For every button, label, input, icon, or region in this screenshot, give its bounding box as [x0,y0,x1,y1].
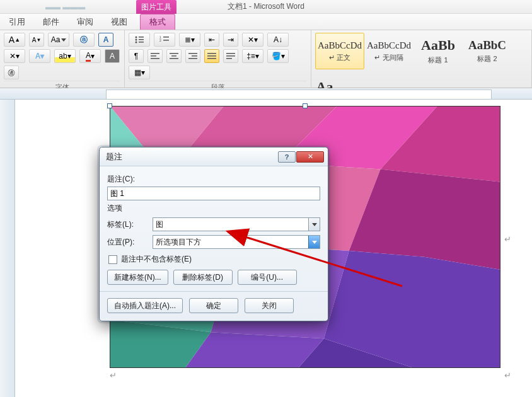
tab-references[interactable]: 引用 [0,14,34,30]
auto-caption-button[interactable]: 自动插入题注(A)... [107,298,183,313]
clear-formatting-button[interactable]: ✕▾ [4,49,25,63]
svg-rect-3 [139,39,144,40]
position-combo[interactable]: 所选项目下方 [153,235,320,249]
justify-button[interactable] [204,49,219,63]
align-center-button[interactable] [166,49,182,63]
svg-rect-20 [207,55,216,57]
label-field-label: 标签(L): [107,219,147,230]
checkbox-icon[interactable] [108,255,117,264]
distributed-icon [226,52,235,60]
dialog-title: 题注 [106,151,122,163]
decrease-indent-button[interactable]: ⇤ [204,33,219,47]
show-marks-button[interactable]: ¶ [129,49,144,63]
selection-handle-tl[interactable] [107,103,112,108]
chevron-down-icon[interactable] [308,236,320,248]
caption-input[interactable] [107,187,320,200]
vertical-ruler[interactable] [0,100,15,397]
quick-access-hint: ▬▬ ▬▬▬ [45,3,85,11]
svg-rect-14 [171,55,176,57]
dialog-titlebar[interactable]: 题注 ? ✕ [100,147,328,166]
highlight-button[interactable]: ab▾ [54,49,76,63]
ribbon-group-styles: AaBbCcDd ↵ 正文 AaBbCcDd ↵ 无间隔 AaBb 标题 1 A… [311,30,532,88]
svg-point-2 [136,39,137,41]
svg-rect-15 [170,58,178,59]
paragraph-mark: ↵ [110,371,117,380]
numbering-button[interactable]: 12 [154,33,175,47]
bullets-button[interactable] [129,33,150,47]
contextual-tab-group: 图片工具 [136,0,176,14]
align-right-button[interactable] [185,49,200,63]
justify-icon [207,52,216,60]
shading-button[interactable]: 🪣▾ [267,49,289,63]
multilevel-list-button[interactable]: ≣▾ [179,33,200,47]
character-border-button[interactable]: A [98,33,113,47]
bullets-icon [134,35,144,44]
align-right-icon [188,52,197,60]
tab-format[interactable]: 格式 [140,14,175,30]
style-preview: AaBbCcDd [367,40,411,51]
ribbon-tabs: 引用 邮件 审阅 视图 格式 [0,14,532,30]
label-combo[interactable]: 图 [153,217,320,231]
close-button[interactable]: ✕ [296,151,324,163]
align-center-icon [170,52,178,60]
svg-rect-18 [188,58,197,59]
line-spacing-button[interactable]: ‡≡▾ [242,49,263,63]
ribbon-group-paragraph: 12 ≣▾ ⇤ ⇥ ✕▾ A↓ ¶ ‡≡▾ 🪣▾ ▦▾ 段落 [125,30,311,88]
svg-rect-10 [151,53,159,54]
options-label: 选项 [107,203,320,214]
help-button[interactable]: ? [278,151,296,163]
borders-button[interactable]: ▦▾ [129,66,150,79]
exclude-label-text: 题注中不包含标签(E) [121,254,192,265]
svg-rect-12 [151,58,159,59]
numbering-icon: 12 [159,35,170,44]
grow-font-button[interactable]: A▲ [4,33,25,47]
style-label: 标题 1 [428,55,448,65]
svg-text:2: 2 [159,38,161,42]
exclude-label-checkbox-row[interactable]: 题注中不包含标签(E) [107,254,320,265]
sort-button[interactable]: A↓ [267,33,289,47]
shrink-font-button[interactable]: A▼ [29,33,44,47]
font-color-button[interactable]: A▾ [79,49,101,63]
style-heading-1[interactable]: AaBb 标题 1 [413,33,463,69]
label-combo-value: 图 [156,219,163,230]
text-effects-button[interactable]: A▾ [29,49,50,63]
enclose-characters-button[interactable]: ㊜ [4,66,19,79]
document-page[interactable]: ↵ ↵ ↵ 题注 ? ✕ 题注(C): 选项 标签(L): 图 [15,100,532,397]
phonetic-guide-button[interactable]: ⓐ [73,33,95,47]
svg-point-4 [136,42,137,43]
svg-rect-7 [163,37,169,38]
horizontal-ruler[interactable] [0,88,532,100]
change-case-button[interactable]: Aa [48,33,69,47]
style-normal[interactable]: AaBbCcDd ↵ 正文 [315,33,364,69]
increase-indent-button[interactable]: ⇥ [223,33,238,47]
distributed-button[interactable] [223,49,238,63]
character-shading-button[interactable]: A [105,49,120,63]
style-heading-2[interactable]: AaBbC 标题 2 [463,33,512,69]
svg-rect-17 [192,55,197,57]
svg-rect-23 [226,55,235,57]
selection-handle-tm[interactable] [303,103,308,108]
style-no-spacing[interactable]: AaBbCcDd ↵ 无间隔 [364,33,413,69]
style-preview: AaBb [421,37,455,54]
svg-point-0 [136,37,137,38]
tab-view[interactable]: 视图 [102,14,136,30]
align-left-button[interactable] [147,49,163,63]
tab-mailings[interactable]: 邮件 [34,14,68,30]
chevron-down-icon[interactable] [308,218,320,231]
numbering-button[interactable]: 编号(U)... [238,270,297,285]
ok-button[interactable]: 确定 [189,298,238,313]
svg-rect-1 [139,37,144,38]
align-left-icon [151,52,159,60]
svg-rect-21 [207,58,216,59]
new-label-button[interactable]: 新建标签(N)... [107,270,168,285]
svg-rect-22 [226,53,235,54]
asian-layout-button[interactable]: ✕▾ [242,33,263,47]
tab-review[interactable]: 审阅 [68,14,102,30]
cancel-button[interactable]: 关闭 [245,298,294,313]
svg-rect-19 [207,53,216,54]
delete-label-button[interactable]: 删除标签(D) [173,270,233,285]
paragraph-mark: ↵ [504,371,511,380]
paint-bucket-icon: 🪣 [272,52,281,60]
style-label: ↵ 无间隔 [374,53,403,62]
svg-rect-24 [226,58,232,59]
